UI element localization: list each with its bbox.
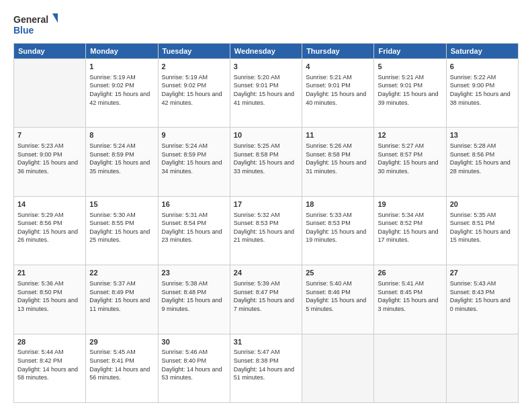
page: General Blue SundayMondayTuesdayWednesda… <box>0 0 532 411</box>
day-info: Sunrise: 5:19 AMSunset: 9:02 PMDaylight:… <box>162 73 226 107</box>
day-cell-7-1-0: 7 Sunrise: 5:23 AMSunset: 9:00 PMDayligh… <box>14 128 86 196</box>
day-info: Sunrise: 5:41 AMSunset: 8:45 PMDaylight:… <box>378 279 442 313</box>
day-cell-31-4-3: 31 Sunrise: 5:47 AMSunset: 8:38 PMDaylig… <box>230 334 302 402</box>
day-cell-4-0-4: 4 Sunrise: 5:21 AMSunset: 9:01 PMDayligh… <box>302 59 374 128</box>
day-cell-empty-4-5 <box>374 334 446 402</box>
day-cell-22-3-1: 22 Sunrise: 5:37 AMSunset: 8:49 PMDaylig… <box>86 265 158 334</box>
svg-text:General: General <box>13 14 48 25</box>
day-info: Sunrise: 5:31 AMSunset: 8:54 PMDaylight:… <box>162 211 226 244</box>
day-cell-empty-0-0 <box>14 59 86 128</box>
day-number: 18 <box>306 199 370 210</box>
day-number: 13 <box>450 130 515 140</box>
day-number: 16 <box>162 199 226 210</box>
day-cell-6-0-6: 6 Sunrise: 5:22 AMSunset: 9:00 PMDayligh… <box>446 59 518 128</box>
day-cell-3-0-3: 3 Sunrise: 5:20 AMSunset: 9:01 PMDayligh… <box>230 59 302 128</box>
day-info: Sunrise: 5:28 AMSunset: 8:56 PMDaylight:… <box>450 142 515 175</box>
week-row-2: 7 Sunrise: 5:23 AMSunset: 9:00 PMDayligh… <box>14 128 519 196</box>
day-info: Sunrise: 5:43 AMSunset: 8:43 PMDaylight:… <box>450 279 515 313</box>
day-cell-9-1-2: 9 Sunrise: 5:24 AMSunset: 8:59 PMDayligh… <box>158 128 230 196</box>
day-number: 6 <box>450 62 515 72</box>
day-info: Sunrise: 5:22 AMSunset: 9:00 PMDaylight:… <box>450 73 515 107</box>
day-number: 3 <box>234 62 298 72</box>
day-cell-13-1-6: 13 Sunrise: 5:28 AMSunset: 8:56 PMDaylig… <box>446 128 518 196</box>
day-info: Sunrise: 5:47 AMSunset: 8:38 PMDaylight:… <box>234 348 298 381</box>
day-number: 21 <box>17 268 82 278</box>
day-info: Sunrise: 5:45 AMSunset: 8:41 PMDaylight:… <box>89 348 154 381</box>
day-info: Sunrise: 5:37 AMSunset: 8:49 PMDaylight:… <box>89 279 154 313</box>
day-info: Sunrise: 5:35 AMSunset: 8:51 PMDaylight:… <box>450 211 515 244</box>
header: General Blue <box>13 11 519 38</box>
week-row-3: 14 Sunrise: 5:29 AMSunset: 8:56 PMDaylig… <box>14 196 519 265</box>
logo: General Blue <box>13 11 60 38</box>
day-info: Sunrise: 5:24 AMSunset: 8:59 PMDaylight:… <box>89 142 154 175</box>
day-cell-18-2-4: 18 Sunrise: 5:33 AMSunset: 8:53 PMDaylig… <box>302 196 374 265</box>
day-info: Sunrise: 5:27 AMSunset: 8:57 PMDaylight:… <box>378 142 442 175</box>
day-cell-24-3-3: 24 Sunrise: 5:39 AMSunset: 8:47 PMDaylig… <box>230 265 302 334</box>
day-info: Sunrise: 5:23 AMSunset: 9:00 PMDaylight:… <box>17 142 82 175</box>
day-info: Sunrise: 5:33 AMSunset: 8:53 PMDaylight:… <box>306 211 370 244</box>
header-tuesday: Tuesday <box>158 44 230 59</box>
day-number: 19 <box>378 199 442 210</box>
day-cell-10-1-3: 10 Sunrise: 5:25 AMSunset: 8:58 PMDaylig… <box>230 128 302 196</box>
day-cell-19-2-5: 19 Sunrise: 5:34 AMSunset: 8:52 PMDaylig… <box>374 196 446 265</box>
day-cell-5-0-5: 5 Sunrise: 5:21 AMSunset: 9:01 PMDayligh… <box>374 59 446 128</box>
day-cell-21-3-0: 21 Sunrise: 5:36 AMSunset: 8:50 PMDaylig… <box>14 265 86 334</box>
day-number: 27 <box>450 268 515 278</box>
day-number: 31 <box>234 337 298 347</box>
day-info: Sunrise: 5:30 AMSunset: 8:55 PMDaylight:… <box>89 211 154 244</box>
calendar-table: SundayMondayTuesdayWednesdayThursdayFrid… <box>13 43 519 403</box>
day-number: 11 <box>306 130 370 140</box>
header-friday: Friday <box>374 44 446 59</box>
day-number: 12 <box>378 130 442 140</box>
day-number: 1 <box>89 62 154 72</box>
day-cell-16-2-2: 16 Sunrise: 5:31 AMSunset: 8:54 PMDaylig… <box>158 196 230 265</box>
day-number: 14 <box>17 199 82 210</box>
week-row-4: 21 Sunrise: 5:36 AMSunset: 8:50 PMDaylig… <box>14 265 519 334</box>
day-info: Sunrise: 5:44 AMSunset: 8:42 PMDaylight:… <box>17 348 82 381</box>
day-cell-empty-4-4 <box>302 334 374 402</box>
day-info: Sunrise: 5:21 AMSunset: 9:01 PMDaylight:… <box>378 73 442 107</box>
day-number: 2 <box>162 62 226 72</box>
week-row-5: 28 Sunrise: 5:44 AMSunset: 8:42 PMDaylig… <box>14 334 519 402</box>
day-cell-26-3-5: 26 Sunrise: 5:41 AMSunset: 8:45 PMDaylig… <box>374 265 446 334</box>
day-cell-15-2-1: 15 Sunrise: 5:30 AMSunset: 8:55 PMDaylig… <box>86 196 158 265</box>
day-number: 4 <box>306 62 370 72</box>
day-number: 23 <box>162 268 226 278</box>
day-cell-11-1-4: 11 Sunrise: 5:26 AMSunset: 8:58 PMDaylig… <box>302 128 374 196</box>
day-cell-2-0-2: 2 Sunrise: 5:19 AMSunset: 9:02 PMDayligh… <box>158 59 230 128</box>
day-info: Sunrise: 5:24 AMSunset: 8:59 PMDaylight:… <box>162 142 226 175</box>
day-info: Sunrise: 5:32 AMSunset: 8:53 PMDaylight:… <box>234 211 298 244</box>
day-cell-30-4-2: 30 Sunrise: 5:46 AMSunset: 8:40 PMDaylig… <box>158 334 230 402</box>
day-number: 26 <box>378 268 442 278</box>
day-cell-12-1-5: 12 Sunrise: 5:27 AMSunset: 8:57 PMDaylig… <box>374 128 446 196</box>
day-info: Sunrise: 5:34 AMSunset: 8:52 PMDaylight:… <box>378 211 442 244</box>
day-info: Sunrise: 5:39 AMSunset: 8:47 PMDaylight:… <box>234 279 298 313</box>
day-number: 20 <box>450 199 515 210</box>
day-cell-14-2-0: 14 Sunrise: 5:29 AMSunset: 8:56 PMDaylig… <box>14 196 86 265</box>
day-number: 25 <box>306 268 370 278</box>
day-info: Sunrise: 5:21 AMSunset: 9:01 PMDaylight:… <box>306 73 370 107</box>
day-cell-empty-4-6 <box>446 334 518 402</box>
day-number: 7 <box>17 130 82 140</box>
day-cell-20-2-6: 20 Sunrise: 5:35 AMSunset: 8:51 PMDaylig… <box>446 196 518 265</box>
day-info: Sunrise: 5:40 AMSunset: 8:46 PMDaylight:… <box>306 279 370 313</box>
calendar-header-row: SundayMondayTuesdayWednesdayThursdayFrid… <box>14 44 519 59</box>
day-number: 9 <box>162 130 226 140</box>
day-cell-25-3-4: 25 Sunrise: 5:40 AMSunset: 8:46 PMDaylig… <box>302 265 374 334</box>
day-number: 28 <box>17 337 82 347</box>
day-number: 10 <box>234 130 298 140</box>
day-info: Sunrise: 5:25 AMSunset: 8:58 PMDaylight:… <box>234 142 298 175</box>
day-info: Sunrise: 5:46 AMSunset: 8:40 PMDaylight:… <box>162 348 226 381</box>
day-info: Sunrise: 5:38 AMSunset: 8:48 PMDaylight:… <box>162 279 226 313</box>
day-cell-8-1-1: 8 Sunrise: 5:24 AMSunset: 8:59 PMDayligh… <box>86 128 158 196</box>
day-cell-1-0-1: 1 Sunrise: 5:19 AMSunset: 9:02 PMDayligh… <box>86 59 158 128</box>
week-row-1: 1 Sunrise: 5:19 AMSunset: 9:02 PMDayligh… <box>14 59 519 128</box>
header-sunday: Sunday <box>14 44 86 59</box>
day-cell-28-4-0: 28 Sunrise: 5:44 AMSunset: 8:42 PMDaylig… <box>14 334 86 402</box>
day-info: Sunrise: 5:19 AMSunset: 9:02 PMDaylight:… <box>89 73 154 107</box>
day-cell-17-2-3: 17 Sunrise: 5:32 AMSunset: 8:53 PMDaylig… <box>230 196 302 265</box>
header-wednesday: Wednesday <box>230 44 302 59</box>
day-cell-23-3-2: 23 Sunrise: 5:38 AMSunset: 8:48 PMDaylig… <box>158 265 230 334</box>
day-number: 15 <box>89 199 154 210</box>
day-info: Sunrise: 5:36 AMSunset: 8:50 PMDaylight:… <box>17 279 82 313</box>
